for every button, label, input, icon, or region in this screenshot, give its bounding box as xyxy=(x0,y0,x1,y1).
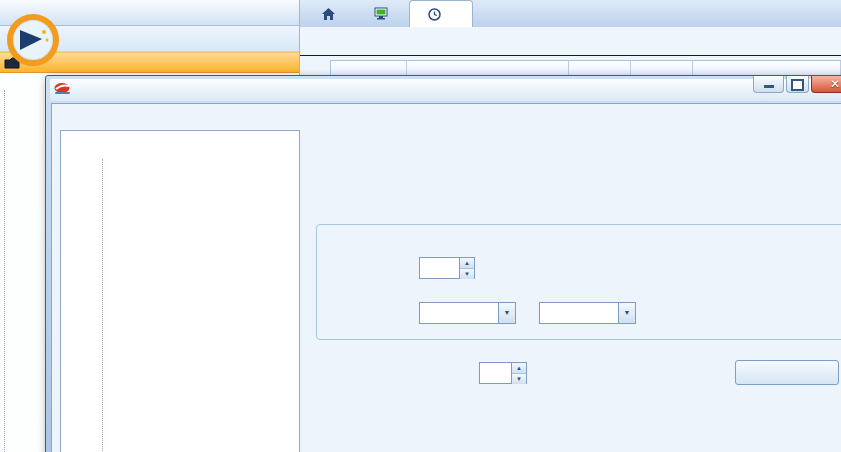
close-button[interactable]: ✕ xyxy=(811,76,841,93)
stagger-value-spinner[interactable]: ▲ ▼ xyxy=(479,362,527,384)
interval-groupbox: ▲ ▼ ▼ ▼ xyxy=(316,224,841,340)
tab-bar xyxy=(300,0,841,27)
group-toolbar xyxy=(0,26,299,52)
spinner-arrows: ▲ ▼ xyxy=(511,363,526,383)
range-end-combo[interactable]: ▼ xyxy=(539,302,636,324)
train-logo-icon xyxy=(54,81,71,99)
maximize-button[interactable] xyxy=(786,76,809,93)
task-tree xyxy=(60,130,300,452)
add-task-button[interactable] xyxy=(45,32,58,46)
stagger-row: ▲ ▼ xyxy=(52,359,841,391)
main-tab-0[interactable] xyxy=(304,0,356,27)
range-start-value xyxy=(420,303,498,323)
batch-add-wizard-dialog: ✕ ▲ ▼ xyxy=(45,75,841,452)
clock-icon xyxy=(428,8,441,21)
plus-icon xyxy=(45,32,55,46)
window-controls: ✕ xyxy=(753,76,841,93)
range-start-combo[interactable]: ▼ xyxy=(419,302,516,324)
spinner-arrows: ▲ ▼ xyxy=(459,258,474,278)
group-row-selected[interactable] xyxy=(0,52,299,73)
tree-connector-line xyxy=(102,159,103,452)
range-end-value xyxy=(540,303,618,323)
add-group-button[interactable] xyxy=(18,32,31,46)
interval-value-spinner[interactable]: ▲ ▼ xyxy=(419,257,475,279)
dropdown-arrow-icon[interactable]: ▼ xyxy=(498,303,515,323)
dropdown-arrow-icon[interactable]: ▼ xyxy=(618,303,635,323)
dialog-titlebar[interactable] xyxy=(50,79,841,101)
spin-down-icon[interactable]: ▼ xyxy=(512,374,526,384)
stagger-value xyxy=(480,363,511,383)
interval-value xyxy=(420,258,459,278)
spin-up-icon[interactable]: ▲ xyxy=(512,363,526,374)
main-tab-2[interactable] xyxy=(409,0,473,27)
main-tab-1[interactable] xyxy=(356,0,409,27)
plus-icon xyxy=(18,32,28,46)
spin-up-icon[interactable]: ▲ xyxy=(460,258,474,269)
home-icon xyxy=(322,8,335,20)
minimize-button[interactable] xyxy=(753,76,784,93)
spin-down-icon[interactable]: ▼ xyxy=(460,269,474,279)
tree-guide-line xyxy=(4,90,5,452)
task-panel-header xyxy=(0,0,299,26)
dialog-body: ▲ ▼ ▼ ▼ xyxy=(51,103,841,452)
app-window: ✕ ▲ ▼ xyxy=(0,0,841,452)
monitor-icon xyxy=(374,7,388,20)
save-settings-button[interactable] xyxy=(735,360,839,385)
folder-dark-icon xyxy=(4,57,20,69)
heading-underline xyxy=(300,55,841,56)
